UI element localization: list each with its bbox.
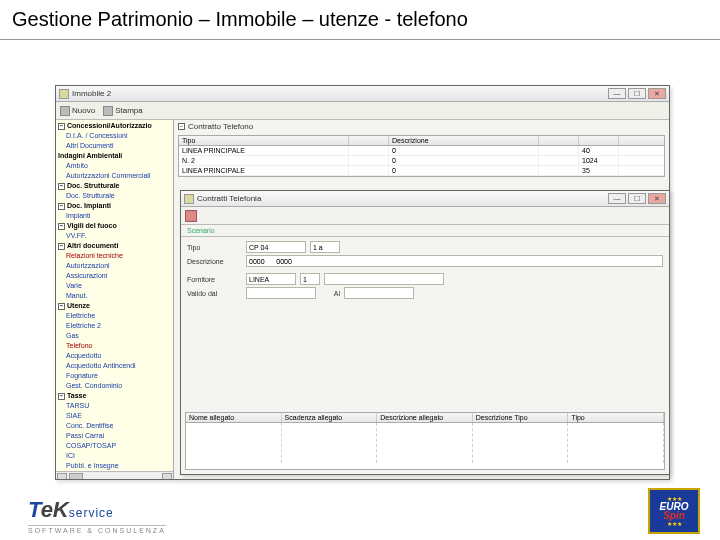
tree-node[interactable]: SIAE <box>56 411 173 421</box>
tree-node[interactable]: Autorizzazioni <box>56 261 173 271</box>
dialog-close-button[interactable]: ✕ <box>648 193 666 204</box>
tree-scrollbar[interactable] <box>56 471 173 479</box>
valido-dal-label: Valido dal <box>187 290 242 297</box>
tree-node[interactable]: −Utenze <box>56 301 173 311</box>
tree-node[interactable]: Passi Carrai <box>56 431 173 441</box>
footer-logos: TeKservice SOFTWARE & CONSULENZA ★ ★ ★ E… <box>28 488 700 534</box>
tree-node[interactable]: Varie <box>56 281 173 291</box>
tree-node[interactable]: Relazioni tecniche <box>56 251 173 261</box>
tree-node[interactable]: Manut. <box>56 291 173 301</box>
valido-dal-input[interactable] <box>246 287 316 299</box>
descrizione-input[interactable] <box>246 255 663 267</box>
tree-node[interactable]: Acquedotto <box>56 351 173 361</box>
tree-node[interactable]: −Altri documenti <box>56 241 173 251</box>
tree-node[interactable]: Acquedotto Antincendi <box>56 361 173 371</box>
minimize-button[interactable]: — <box>608 88 626 99</box>
tipo-extra-input[interactable] <box>310 241 340 253</box>
tree-node[interactable]: ICI <box>56 451 173 461</box>
valido-al-input[interactable] <box>344 287 414 299</box>
dialog-titlebar[interactable]: Contratti Telefonia — ☐ ✕ <box>181 191 669 207</box>
tab-scenario[interactable]: Scenario <box>181 225 669 237</box>
tree-node[interactable]: Conc. Dentifise <box>56 421 173 431</box>
tree-node[interactable]: Indagini Ambientali <box>56 151 173 161</box>
tree-node[interactable]: Altri Documenti <box>56 141 173 151</box>
stampa-button[interactable]: Stampa <box>103 106 143 116</box>
tree-node[interactable]: −Tasse <box>56 391 173 401</box>
grid-row[interactable]: LINEA PRINCIPALE035 <box>179 166 664 176</box>
tree-node[interactable]: TARSU <box>56 401 173 411</box>
stampa-label: Stampa <box>115 106 143 115</box>
section-header[interactable]: − Contratto Telefono <box>174 120 669 133</box>
dialog-title: Contratti Telefonia <box>197 194 608 203</box>
dialog-maximize-button[interactable]: ☐ <box>628 193 646 204</box>
tree-node[interactable]: −Vigili del fuoco <box>56 221 173 231</box>
maximize-button[interactable]: ☐ <box>628 88 646 99</box>
dialog-toolbar <box>181 207 669 225</box>
print-icon <box>103 106 113 116</box>
window-title: Immobile 2 <box>72 89 608 98</box>
descrizione-label: Descrizione <box>187 258 242 265</box>
fornitore-label: Fornitore <box>187 276 242 283</box>
fornitore-num-input[interactable] <box>300 273 320 285</box>
tree-node[interactable]: Assicurazioni <box>56 271 173 281</box>
tree-node[interactable]: −Doc. Impianti <box>56 201 173 211</box>
tree-node[interactable]: Fognature <box>56 371 173 381</box>
tree-node[interactable]: Autorizzazioni Commerciali <box>56 171 173 181</box>
attachments-grid[interactable]: Nome allegatoScadenza allegatoDescrizion… <box>185 412 665 470</box>
close-button[interactable]: ✕ <box>648 88 666 99</box>
nuovo-button[interactable]: Nuovo <box>60 106 95 116</box>
tree-node[interactable]: Pubbl. e Insegne <box>56 461 173 471</box>
dialog-minimize-button[interactable]: — <box>608 193 626 204</box>
tree-node[interactable]: Elettriche <box>56 311 173 321</box>
toolbar: Nuovo Stampa <box>56 102 669 120</box>
tree-node[interactable]: −Doc. Strutturale <box>56 181 173 191</box>
grid-row[interactable]: N. 201024 <box>179 156 664 166</box>
tree-node[interactable]: VV.FF. <box>56 231 173 241</box>
fornitore-extra-input[interactable] <box>324 273 444 285</box>
grid-row[interactable]: LINEA PRINCIPALE040 <box>179 146 664 156</box>
window-icon <box>59 89 69 99</box>
tek-logo: TeKservice SOFTWARE & CONSULENZA <box>28 497 166 534</box>
nav-tree[interactable]: −Concessioni/AutorizzazioD.I.A. / Conces… <box>56 120 174 479</box>
dialog-icon <box>184 194 194 204</box>
dialog-form: Tipo Descrizione Fornitore Valido dal Al <box>181 237 669 303</box>
eurospin-logo: ★ ★ ★ EUROSpin ★ ★ ★ <box>648 488 700 534</box>
main-titlebar[interactable]: Immobile 2 — ☐ ✕ <box>56 86 669 102</box>
tree-node[interactable]: Gas <box>56 331 173 341</box>
save-icon[interactable] <box>185 210 197 222</box>
fornitore-input[interactable] <box>246 273 296 285</box>
tree-node[interactable]: Gest. Condominio <box>56 381 173 391</box>
tree-node[interactable]: Elettriche 2 <box>56 321 173 331</box>
tree-node[interactable]: Doc. Strutturale <box>56 191 173 201</box>
dialog-window: Contratti Telefonia — ☐ ✕ Scenario Tipo … <box>180 190 670 475</box>
al-label: Al <box>320 290 340 297</box>
nuovo-label: Nuovo <box>72 106 95 115</box>
tipo-label: Tipo <box>187 244 242 251</box>
contract-grid[interactable]: TipoDescrizioneLINEA PRINCIPALE040N. 201… <box>178 135 665 177</box>
tree-node[interactable]: −Concessioni/Autorizzazio <box>56 121 173 131</box>
tree-node[interactable]: D.I.A. / Concessioni <box>56 131 173 141</box>
tree-node[interactable]: Telefono <box>56 341 173 351</box>
tek-sub: SOFTWARE & CONSULENZA <box>28 525 166 534</box>
page-title: Gestione Patrimonio – Immobile – utenze … <box>0 0 720 40</box>
tipo-input[interactable] <box>246 241 306 253</box>
tree-node[interactable]: COSAP/TOSAP <box>56 441 173 451</box>
new-icon <box>60 106 70 116</box>
section-label: Contratto Telefono <box>188 122 253 131</box>
tree-node[interactable]: Ambito <box>56 161 173 171</box>
tree-node[interactable]: Impianti <box>56 211 173 221</box>
